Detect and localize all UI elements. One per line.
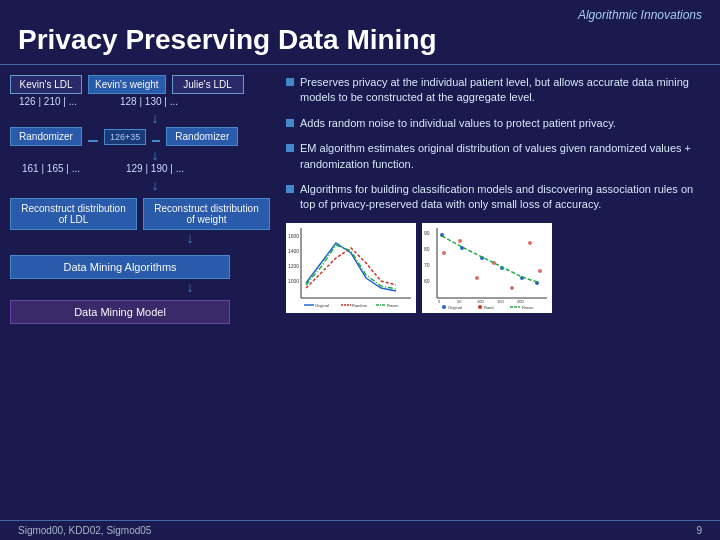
flow-diagram: Kevin's LDL Kevin's weight Julie's LDL 1… bbox=[10, 75, 270, 324]
arrow-down-3: ↓ bbox=[40, 178, 270, 192]
values-3: 161 | 165 | ... bbox=[12, 163, 90, 174]
values-row-1: 126 | 210 | ... 128 | 130 | ... bbox=[10, 96, 270, 109]
bullet-icon-2 bbox=[286, 119, 294, 127]
reconstruct-ldl: Reconstruct distribution of LDL bbox=[10, 198, 137, 230]
values-2: 128 | 130 | ... bbox=[104, 96, 194, 107]
content-area: Kevin's LDL Kevin's weight Julie's LDL 1… bbox=[0, 75, 720, 324]
svg-point-31 bbox=[442, 251, 446, 255]
bullet-icon-3 bbox=[286, 144, 294, 152]
values-4: 129 | 190 | ... bbox=[126, 163, 184, 174]
citation-label: Sigmod00, KDD02, Sigmod05 bbox=[18, 525, 151, 536]
svg-text:80: 80 bbox=[424, 246, 430, 252]
svg-text:1600: 1600 bbox=[288, 233, 299, 239]
chart-1: 1600 1400 1200 1000 Original bbox=[286, 223, 416, 313]
bullet-icon-1 bbox=[286, 78, 294, 86]
model-box: Data Mining Model bbox=[10, 300, 230, 324]
svg-text:Original: Original bbox=[448, 305, 462, 310]
svg-text:1000: 1000 bbox=[288, 278, 299, 284]
svg-text:Original: Original bbox=[315, 303, 329, 308]
algo-box: Data Mining Algorithms bbox=[10, 255, 230, 279]
svg-point-33 bbox=[475, 276, 479, 280]
julie-ldl-box: Julie's LDL bbox=[172, 75, 244, 94]
arrow-down-2: ↓ bbox=[40, 148, 270, 162]
footer-bar: Sigmod00, KDD02, Sigmod05 9 bbox=[0, 520, 720, 540]
bullet-item-2: Adds random noise to individual values t… bbox=[286, 116, 710, 131]
arrow-down-5: ↓ bbox=[110, 280, 270, 294]
kevin-weight-box: Kevin's weight bbox=[88, 75, 166, 94]
svg-text:Recon: Recon bbox=[387, 303, 399, 308]
svg-text:1400: 1400 bbox=[288, 248, 299, 254]
svg-text:70: 70 bbox=[424, 262, 430, 268]
bullet-item-3: EM algorithm estimates original distribu… bbox=[286, 141, 710, 172]
svg-point-40 bbox=[478, 305, 482, 309]
chart-2: 90 80 70 60 0 50 100 150 200 bbox=[422, 223, 552, 313]
svg-point-32 bbox=[458, 239, 462, 243]
arrow-down-4: ↓ bbox=[110, 231, 270, 245]
page-number: 9 bbox=[696, 525, 702, 536]
svg-point-37 bbox=[538, 269, 542, 273]
brand-label: Algorithmic Innovations bbox=[0, 0, 720, 24]
svg-text:Recon: Recon bbox=[522, 305, 534, 310]
reconstruct-weight: Reconstruct distribution of weight bbox=[143, 198, 270, 230]
bullet-item-1: Preserves privacy at the individual pati… bbox=[286, 75, 710, 106]
svg-text:Rand.: Rand. bbox=[484, 305, 495, 310]
noise-badge: 126+35 bbox=[104, 129, 146, 145]
charts-row: 1600 1400 1200 1000 Original bbox=[286, 223, 710, 313]
svg-text:90: 90 bbox=[424, 230, 430, 236]
randomizer-row: Randomizer 126+35 Randomizer bbox=[10, 127, 270, 146]
randomizer-2: Randomizer bbox=[166, 127, 238, 146]
svg-text:100: 100 bbox=[477, 299, 484, 304]
bullet-list: Preserves privacy at the individual pati… bbox=[286, 75, 710, 213]
svg-text:200: 200 bbox=[517, 299, 524, 304]
arrow-down-1: ↓ bbox=[40, 111, 270, 125]
values-1: 126 | 210 | ... bbox=[12, 96, 84, 107]
svg-text:60: 60 bbox=[424, 278, 430, 284]
svg-text:150: 150 bbox=[497, 299, 504, 304]
reconstruct-row: Reconstruct distribution of LDL Reconstr… bbox=[10, 198, 270, 230]
values-row-2: 161 | 165 | ... 129 | 190 | ... bbox=[10, 163, 270, 176]
bullet-item-4: Algorithms for building classification m… bbox=[286, 182, 710, 213]
svg-point-38 bbox=[442, 305, 446, 309]
svg-text:50: 50 bbox=[457, 299, 462, 304]
kevin-ldl-box: Kevin's LDL bbox=[10, 75, 82, 94]
bullet-icon-4 bbox=[286, 185, 294, 193]
svg-point-36 bbox=[528, 241, 532, 245]
right-panel: Preserves privacy at the individual pati… bbox=[278, 75, 710, 324]
input-boxes-row: Kevin's LDL Kevin's weight Julie's LDL bbox=[10, 75, 270, 94]
slide-title: Privacy Preserving Data Mining bbox=[0, 24, 720, 65]
svg-rect-0 bbox=[286, 223, 416, 313]
svg-point-35 bbox=[510, 286, 514, 290]
svg-text:Random: Random bbox=[352, 303, 368, 308]
slide: Algorithmic Innovations Privacy Preservi… bbox=[0, 0, 720, 540]
svg-text:1200: 1200 bbox=[288, 263, 299, 269]
randomizer-1: Randomizer bbox=[10, 127, 82, 146]
